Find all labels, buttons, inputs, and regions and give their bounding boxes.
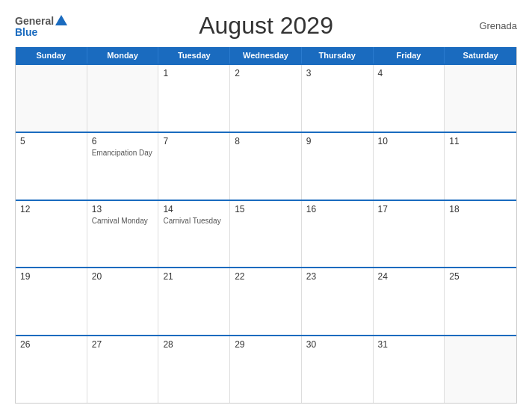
- day-number: 11: [449, 136, 512, 146]
- month-title: August 2029: [67, 12, 465, 40]
- header-thursday: Thursday: [302, 47, 374, 64]
- calendar-header: Sunday Monday Tuesday Wednesday Thursday…: [16, 47, 516, 64]
- day-number: 31: [378, 339, 440, 350]
- day-number: 18: [449, 204, 512, 214]
- day-cell-22: 22: [230, 268, 302, 335]
- header-wednesday: Wednesday: [230, 47, 302, 64]
- day-cell-10: 10: [374, 133, 445, 200]
- week-row-2: 5 6 Emancipation Day 7 8 9 10: [16, 132, 516, 200]
- logo: General Blue: [15, 15, 67, 37]
- day-cell-8: 8: [230, 133, 302, 200]
- day-cell-30: 30: [302, 336, 374, 403]
- day-cell-29: 29: [230, 336, 302, 403]
- day-cell-24: 24: [374, 268, 445, 335]
- day-number: 23: [306, 271, 368, 282]
- day-cell-26: 26: [16, 336, 87, 403]
- day-cell-15: 15: [230, 201, 302, 268]
- header-friday: Friday: [374, 47, 445, 64]
- page: General Blue August 2029 Grenada Sunday …: [0, 0, 532, 411]
- calendar-body: 1 2 3 4 5 6 Emancip: [16, 64, 516, 403]
- day-cell-31: 31: [374, 336, 445, 403]
- day-number: 10: [378, 136, 440, 146]
- logo-blue: Blue: [15, 27, 37, 37]
- day-number: 27: [92, 339, 154, 350]
- day-cell-27: 27: [87, 336, 159, 403]
- week-row-5: 26 27 28 29 30 31: [16, 335, 516, 403]
- day-number: 25: [449, 271, 512, 282]
- day-cell-1: 1: [158, 65, 230, 132]
- day-cell-21: 21: [158, 268, 230, 335]
- day-number: 16: [306, 204, 368, 214]
- day-number: 3: [306, 68, 368, 78]
- day-number: 12: [20, 204, 82, 214]
- day-cell-19: 19: [16, 268, 87, 335]
- day-cell-17: 17: [374, 201, 445, 268]
- day-cell-5: 5: [16, 133, 87, 200]
- day-number: 22: [235, 271, 297, 282]
- day-number: 13: [92, 204, 154, 214]
- logo-general: General: [15, 16, 54, 26]
- header-saturday: Saturday: [445, 47, 516, 64]
- week-row-1: 1 2 3 4: [16, 64, 516, 132]
- header-monday: Monday: [87, 47, 159, 64]
- day-number: 26: [20, 339, 82, 350]
- day-cell-4: 4: [374, 65, 445, 132]
- day-number: 4: [378, 68, 440, 78]
- day-cell-9: 9: [302, 133, 374, 200]
- day-event-emancipation: Emancipation Day: [92, 148, 154, 158]
- day-number: 6: [92, 136, 154, 146]
- day-cell-6: 6 Emancipation Day: [87, 133, 159, 200]
- day-number: 17: [378, 204, 440, 214]
- day-cell-20: 20: [87, 268, 159, 335]
- day-cell-28: 28: [158, 336, 230, 403]
- calendar: Sunday Monday Tuesday Wednesday Thursday…: [15, 47, 517, 404]
- day-cell-11: 11: [445, 133, 516, 200]
- day-cell-3: 3: [302, 65, 374, 132]
- day-number: 24: [378, 271, 440, 282]
- day-number: 5: [20, 136, 82, 146]
- day-cell-empty: [445, 336, 516, 403]
- day-cell-7: 7: [158, 133, 230, 200]
- day-event-carnival-monday: Carnival Monday: [92, 216, 154, 226]
- day-event-carnival-tuesday: Carnival Tuesday: [163, 216, 225, 226]
- day-cell-12: 12: [16, 201, 87, 268]
- day-cell-16: 16: [302, 201, 374, 268]
- day-cell-empty: [87, 65, 159, 132]
- header: General Blue August 2029 Grenada: [15, 12, 517, 40]
- day-number: 29: [235, 339, 297, 350]
- week-row-4: 19 20 21 22 23 24 25: [16, 267, 516, 335]
- logo-triangle-icon: [55, 15, 67, 25]
- day-cell-13: 13 Carnival Monday: [87, 201, 159, 268]
- day-number: 20: [92, 271, 154, 282]
- day-number: 19: [20, 271, 82, 282]
- day-cell-empty: [16, 65, 87, 132]
- day-number: 28: [163, 339, 225, 350]
- day-number: 30: [306, 339, 368, 350]
- day-cell-2: 2: [230, 65, 302, 132]
- day-cell-empty: [445, 65, 516, 132]
- day-number: 9: [306, 136, 368, 146]
- day-number: 1: [163, 68, 225, 78]
- day-number: 14: [163, 204, 225, 214]
- day-cell-25: 25: [445, 268, 516, 335]
- header-sunday: Sunday: [16, 47, 87, 64]
- day-number: 15: [235, 204, 297, 214]
- day-cell-14: 14 Carnival Tuesday: [158, 201, 230, 268]
- day-number: 21: [163, 271, 225, 282]
- day-number: 8: [235, 136, 297, 146]
- day-number: 2: [235, 68, 297, 78]
- header-tuesday: Tuesday: [158, 47, 230, 64]
- week-row-3: 12 13 Carnival Monday 14 Carnival Tuesda…: [16, 200, 516, 268]
- day-number: 7: [163, 136, 225, 146]
- day-cell-23: 23: [302, 268, 374, 335]
- country-label: Grenada: [465, 20, 517, 31]
- day-cell-18: 18: [445, 201, 516, 268]
